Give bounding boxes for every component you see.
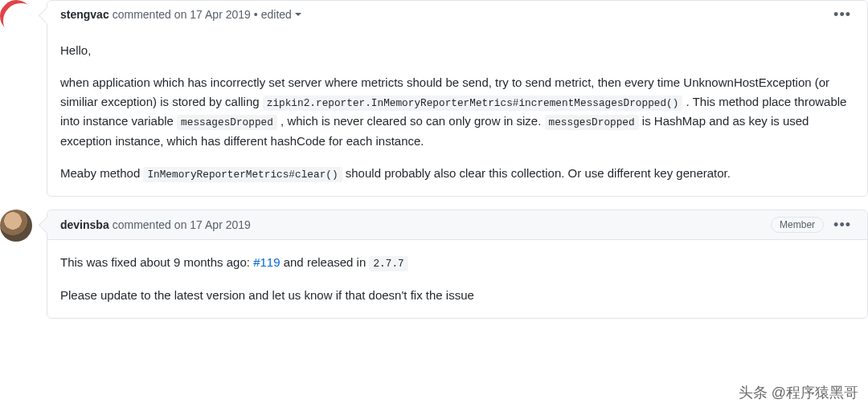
comment-action: commented bbox=[113, 8, 171, 21]
comment-action: commented bbox=[113, 218, 171, 231]
chevron-down-icon bbox=[295, 13, 301, 16]
avatar[interactable] bbox=[0, 210, 32, 242]
inline-code: messgesDropped bbox=[545, 115, 639, 130]
text: , which is never cleared so can only gro… bbox=[280, 114, 544, 128]
inline-code: zipkin2.reporter.InMemoryReporterMetrics… bbox=[263, 96, 683, 111]
paragraph: This was fixed about 9 months ago: #119 … bbox=[60, 253, 854, 272]
avatar-column bbox=[0, 0, 47, 197]
comment-body: This was fixed about 9 months ago: #119 … bbox=[47, 240, 867, 317]
inline-code: 2.7.7 bbox=[369, 256, 407, 271]
inline-code: InMemoryReporterMetrics#clear() bbox=[143, 167, 342, 182]
paragraph: Hello, bbox=[60, 41, 854, 60]
avatar[interactable] bbox=[0, 0, 32, 32]
comment-item: stengvac commented on 17 Apr 2019 • edit… bbox=[0, 0, 868, 197]
inline-code: messagesDropped bbox=[177, 115, 277, 130]
comment-header: stengvac commented on 17 Apr 2019 • edit… bbox=[47, 1, 867, 28]
text: should probably also clear this collecti… bbox=[346, 166, 731, 180]
paragraph: Meaby method InMemoryReporterMetrics#cle… bbox=[60, 164, 854, 183]
text: and released in bbox=[284, 255, 370, 269]
text: Meaby method bbox=[60, 166, 143, 180]
author-link[interactable]: stengvac bbox=[60, 8, 109, 21]
comment-item: devinsba commented on 17 Apr 2019 Member… bbox=[0, 210, 868, 318]
comment-date[interactable]: on 17 Apr 2019 bbox=[174, 218, 251, 231]
comment-header: devinsba commented on 17 Apr 2019 Member… bbox=[47, 210, 867, 240]
timeline: stengvac commented on 17 Apr 2019 • edit… bbox=[0, 0, 868, 319]
edited-label: edited bbox=[261, 8, 292, 21]
comment-box: stengvac commented on 17 Apr 2019 • edit… bbox=[47, 0, 868, 197]
member-badge: Member bbox=[771, 217, 824, 233]
paragraph: Please update to the latest version and … bbox=[60, 286, 854, 305]
kebab-menu-icon[interactable]: ••• bbox=[830, 7, 854, 22]
edited-dropdown[interactable]: edited bbox=[261, 8, 301, 21]
comment-date[interactable]: on 17 Apr 2019 bbox=[174, 8, 251, 21]
comment-body: Hello, when application which has incorr… bbox=[47, 28, 867, 196]
kebab-menu-icon[interactable]: ••• bbox=[830, 218, 854, 232]
separator-dot: • bbox=[254, 8, 258, 21]
comment-box: devinsba commented on 17 Apr 2019 Member… bbox=[47, 210, 868, 318]
avatar-image bbox=[0, 0, 32, 32]
text: This was fixed about 9 months ago: bbox=[60, 255, 253, 269]
issue-link[interactable]: #119 bbox=[253, 255, 280, 269]
author-link[interactable]: devinsba bbox=[60, 218, 109, 231]
paragraph: when application which has incorrectly s… bbox=[60, 73, 854, 151]
